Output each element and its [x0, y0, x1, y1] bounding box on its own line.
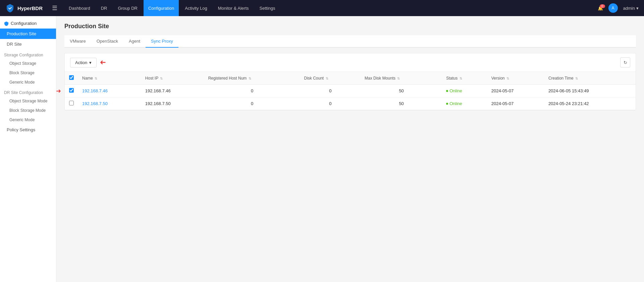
sort-icon-reg-host: ⇅	[249, 77, 251, 80]
table-toolbar: Action ▾ ➜ ↻	[65, 53, 636, 72]
row-disk-count-1: 0	[300, 97, 361, 110]
app-name: HyperBDR	[17, 5, 43, 11]
row-reg-host-1: 0	[204, 97, 300, 110]
col-header-creation-time: Creation Time ⇅	[544, 72, 636, 85]
sidebar-item-object-storage[interactable]: Object Storage	[0, 59, 56, 68]
sort-icon-version: ⇅	[506, 77, 509, 80]
row-reg-host-0: 0	[204, 85, 300, 97]
select-all-header	[65, 72, 78, 85]
col-header-reg-host-num: Registered Host Num ⇅	[204, 72, 300, 85]
refresh-icon: ↻	[624, 60, 627, 65]
tab-vmware[interactable]: VMware	[64, 35, 91, 48]
tab-openstack[interactable]: OpenStack	[91, 35, 123, 48]
row-status-1: Online	[442, 97, 487, 110]
sidebar-item-generic-mode-storage[interactable]: Generic Mode	[0, 78, 56, 87]
notification-badge: 0	[600, 4, 605, 8]
sort-icon-disk-count: ⇅	[326, 77, 328, 80]
row-max-disk-mounts-1: 50	[361, 97, 442, 110]
nav-monitor-alerts[interactable]: Monitor & Alerts	[213, 0, 254, 16]
row-version-0: 2024-05-07	[487, 85, 544, 97]
hamburger-icon[interactable]: ☰	[49, 3, 60, 13]
select-all-checkbox[interactable]	[69, 75, 74, 80]
nav-dr[interactable]: DR	[96, 0, 112, 16]
row-version-1: 2024-05-07	[487, 97, 544, 110]
nav-activity-log[interactable]: Activity Log	[180, 0, 212, 16]
col-header-max-disk-mounts: Max Disk Mounts ⇅	[361, 72, 442, 85]
tab-agent[interactable]: Agent	[123, 35, 146, 48]
sort-icon-host-ip: ⇅	[160, 77, 163, 80]
sidebar-item-block-storage-mode[interactable]: Block Storage Mode	[0, 106, 56, 115]
sort-icon-status: ⇅	[460, 77, 462, 80]
chevron-down-icon: ▾	[636, 6, 639, 11]
sidebar-section-title: Configuration	[0, 16, 56, 29]
sidebar-group-storage-config: Storage Configuration	[0, 49, 56, 59]
sidebar-item-policy-settings[interactable]: Policy Settings	[0, 125, 56, 135]
row-checkbox-1[interactable]	[69, 101, 74, 105]
nav-group-dr[interactable]: Group DR	[113, 0, 142, 16]
nav-settings[interactable]: Settings	[255, 0, 280, 16]
notification-bell[interactable]: 🔔 0	[598, 6, 603, 11]
sidebar-item-generic-mode-dr[interactable]: Generic Mode	[0, 115, 56, 125]
row-disk-count-0: 0	[300, 85, 361, 97]
table-row: ➜192.168.7.46192.168.7.460050Online2024-…	[65, 85, 636, 97]
red-arrow-indicator: ➜	[100, 58, 106, 67]
chevron-down-icon: ▾	[89, 60, 92, 65]
row-max-disk-mounts-0: 50	[361, 85, 442, 97]
sort-icon-creation-time: ⇅	[575, 77, 578, 80]
sync-proxy-table: Name ⇅ Host IP ⇅ Registered Host Num ⇅	[65, 72, 636, 110]
sidebar: Configuration Production Site DR Site St…	[0, 16, 56, 282]
row-creation-time-0: 2024-06-05 15:43:49	[544, 85, 636, 97]
table-row: 192.168.7.50192.168.7.500050Online2024-0…	[65, 97, 636, 110]
sort-icon-name: ⇅	[95, 77, 97, 80]
sidebar-item-dr-site[interactable]: DR Site	[0, 39, 56, 49]
row-checkbox-0[interactable]	[69, 88, 74, 93]
sidebar-item-object-storage-mode[interactable]: Object Storage Mode	[0, 96, 56, 106]
page-layout: Configuration Production Site DR Site St…	[0, 16, 644, 282]
row-status-0: Online	[442, 85, 487, 97]
refresh-button[interactable]: ↻	[620, 57, 630, 67]
row-creation-time-1: 2024-05-24 23:21:42	[544, 97, 636, 110]
nav-dashboard[interactable]: Dashboard	[64, 0, 95, 16]
nav-configuration[interactable]: Configuration	[144, 0, 179, 16]
col-header-status: Status ⇅	[442, 72, 487, 85]
user-avatar: A	[608, 3, 618, 13]
topnav-right: 🔔 0 A admin ▾	[598, 3, 639, 13]
col-header-version: Version ⇅	[487, 72, 544, 85]
row-host-ip-1: 192.168.7.50	[141, 97, 204, 110]
col-header-host-ip: Host IP ⇅	[141, 72, 204, 85]
table-container: Action ▾ ➜ ↻ Nam	[64, 53, 636, 110]
top-navigation: HyperBDR ☰ Dashboard DR Group DR Configu…	[0, 0, 644, 16]
tab-sync-proxy[interactable]: Sync Proxy	[146, 35, 178, 48]
action-button[interactable]: Action ▾	[70, 58, 97, 67]
sort-icon-max-disk: ⇅	[397, 77, 400, 80]
col-header-name: Name ⇅	[78, 72, 141, 85]
sidebar-item-block-storage[interactable]: Block Storage	[0, 68, 56, 78]
main-content: Production Site VMware OpenStack Agent S…	[56, 16, 644, 282]
row-red-arrow: ➜	[56, 87, 61, 95]
sidebar-group-dr-site-config: DR Site Configuration	[0, 87, 56, 96]
col-header-disk-count: Disk Count ⇅	[300, 72, 361, 85]
admin-menu[interactable]: admin ▾	[623, 6, 639, 11]
row-name-1[interactable]: 192.168.7.50	[82, 101, 108, 106]
table-header-row: Name ⇅ Host IP ⇅ Registered Host Num ⇅	[65, 72, 636, 85]
row-name-0[interactable]: 192.168.7.46	[82, 88, 108, 93]
page-title: Production Site	[64, 23, 636, 30]
tabs-bar: VMware OpenStack Agent Sync Proxy	[64, 35, 636, 48]
row-host-ip-0: 192.168.7.46	[141, 85, 204, 97]
sidebar-item-production-site[interactable]: Production Site	[0, 29, 56, 39]
app-logo: HyperBDR	[5, 3, 43, 13]
